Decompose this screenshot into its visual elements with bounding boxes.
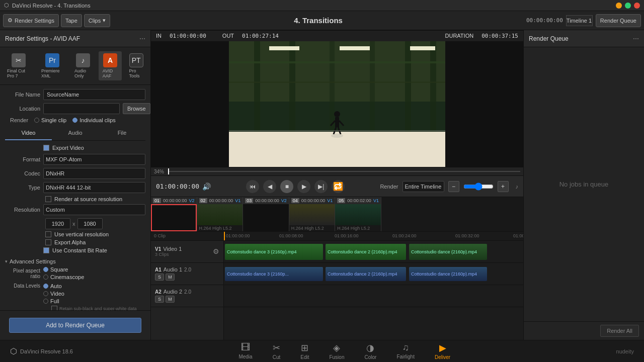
nav-fairlight[interactable]: ♫ Fairlight	[386, 340, 425, 362]
stop-button[interactable]: ■	[280, 180, 293, 193]
v1-name: Video 1	[163, 246, 182, 252]
v1-clip-2[interactable]: Cottonstudio dance 2 (2160p).mp4	[326, 244, 406, 260]
nav-cut[interactable]: ✂ Cut	[263, 340, 291, 362]
timeline-scrubber[interactable]: 34%	[151, 167, 523, 176]
a1-clip-3-label: Cottonstudio dance (2160p).mp4	[411, 272, 477, 277]
scrubber-handle[interactable]	[168, 168, 169, 174]
pixel-cinemascope-radio[interactable]: Cinemascope	[43, 274, 84, 280]
render-queue-menu-icon[interactable]: ⋯	[633, 35, 639, 42]
data-auto-radio[interactable]: Auto	[43, 283, 137, 289]
nav-media[interactable]: 🎞 Media	[228, 340, 262, 362]
render-queue-button[interactable]: Render Queue	[596, 14, 641, 27]
zoom-in-button[interactable]: +	[498, 181, 509, 192]
a1-m-button[interactable]: M	[166, 274, 175, 281]
render-range-select[interactable]: Entire Timeline	[403, 181, 444, 192]
use-vertical-checkbox[interactable]	[45, 231, 51, 237]
clip-04-thumb	[289, 204, 335, 225]
volume-icon[interactable]: 🔊	[202, 183, 211, 191]
browse-button[interactable]: Browse	[123, 103, 150, 114]
export-video-checkbox[interactable]	[43, 145, 49, 151]
resolution-select[interactable]: Custom	[43, 204, 145, 215]
format-select[interactable]: MXF OP-Atom	[43, 154, 145, 165]
clip-04[interactable]: 04 00:00:00:00 V1 H.264 High L5.2	[289, 197, 336, 231]
a2-s-button[interactable]: S	[155, 296, 164, 303]
nav-edit[interactable]: ⊞ Edit	[290, 340, 319, 362]
add-to-queue-button[interactable]: Add to Render Queue	[9, 318, 141, 333]
a1-clip-1[interactable]: Cottonstudio dance 3 (2160p...	[225, 267, 323, 281]
nav-deliver[interactable]: ▶ Deliver	[425, 340, 460, 362]
edit-icon: ⊞	[301, 342, 308, 353]
render-src-res-checkbox[interactable]	[45, 196, 51, 202]
v1-clip-1[interactable]: Cottonstudio dance 3 (2160p).mp4	[225, 244, 323, 260]
pro-tools-icon[interactable]: PT Pro Tools	[125, 51, 147, 80]
a2-name: Audio 2	[164, 289, 182, 295]
clip-03[interactable]: 03 00:00:00:00 V2	[243, 197, 289, 231]
minimize-button[interactable]	[616, 3, 622, 9]
clips-button[interactable]: Clips ▾	[84, 14, 110, 27]
use-vertical-label: Use vertical resolution	[54, 231, 109, 237]
tape-button[interactable]: Tape	[61, 14, 82, 27]
clip-05[interactable]: 05 00:00:02:00 V1 H.264 High L5.2	[335, 197, 381, 231]
a1-clip-2[interactable]: Cottonstudio dance 2 (2160p).mp4	[326, 267, 406, 281]
zoom-level: 34%	[154, 169, 164, 174]
out-label: OUT	[222, 33, 234, 39]
v1-clip-3[interactable]: Cottonstudio dance (2160p).mp4	[409, 244, 487, 260]
skip-to-start-button[interactable]: ⏮	[246, 180, 259, 193]
a1-clip-2-label: Cottonstudio dance 2 (2160p).mp4	[328, 272, 397, 277]
codec-select[interactable]: DNxHR	[43, 168, 145, 179]
clip-01[interactable]: 01 00:00:00:00 V2	[151, 197, 197, 231]
nav-color[interactable]: ◑ Color	[354, 340, 386, 362]
playback-timecode: 01:00:00:00	[156, 183, 199, 190]
individual-clips-radio[interactable]: Individual clips	[72, 117, 116, 123]
type-select[interactable]: DNxHR 444 12-bit	[43, 182, 145, 193]
a1-clip-3[interactable]: Cottonstudio dance (2160p).mp4	[409, 267, 487, 281]
timeline-ruler: 01:00:00:00 01:00:08:00 01:00:16:00 01:0…	[224, 232, 523, 241]
step-forward-button[interactable]: ▶|	[314, 180, 328, 193]
constant-bit-rate-row: Use Constant Bit Rate	[43, 247, 107, 253]
pixel-square-radio[interactable]: Square	[43, 266, 84, 273]
a1-s-button[interactable]: S	[155, 274, 164, 281]
timeline-selector[interactable]: Timeline 1	[566, 15, 593, 26]
clip-01-thumb	[151, 204, 197, 231]
a2-m-button[interactable]: M	[166, 296, 175, 303]
tab-file[interactable]: File	[99, 126, 145, 140]
loop-button[interactable]: 🔁	[332, 180, 345, 193]
resolution-label: Resolution	[5, 207, 40, 213]
audio-only-icon[interactable]: ♪ Audio Only	[70, 51, 96, 80]
panel-menu-icon[interactable]: ⋯	[139, 35, 145, 42]
bottom-nav: ⬡ DaVinci Resolve 18.6 🎞 Media ✂ Cut ⊞ E…	[0, 340, 644, 362]
export-alpha-checkbox[interactable]	[45, 239, 51, 245]
render-all-button[interactable]: Render All	[600, 325, 639, 337]
final-cut-icon[interactable]: ✂ Final Cut Pro 7	[3, 51, 34, 80]
premiere-xml-icon[interactable]: Pr Premiere XML	[37, 51, 67, 80]
tab-audio[interactable]: Audio	[52, 126, 99, 140]
clip-04-track: V1	[327, 198, 333, 203]
brand-label: nudeity	[616, 348, 634, 354]
zoom-slider[interactable]	[463, 183, 494, 191]
res-height-input[interactable]	[77, 218, 103, 229]
step-back-button[interactable]: ◀	[263, 180, 276, 193]
single-clip-radio[interactable]: Single clip	[34, 117, 66, 123]
data-full-radio[interactable]: Full	[43, 298, 137, 304]
audio-track-icon: ♪	[516, 184, 519, 190]
location-input[interactable]	[43, 103, 120, 114]
render-settings-button[interactable]: ⚙ Render Settings	[3, 14, 59, 27]
advanced-settings-toggle[interactable]: ▾ Advanced Settings	[5, 256, 145, 266]
avid-aaf-icon[interactable]: A AVID AAF	[99, 51, 122, 80]
res-width-input[interactable]	[45, 218, 70, 229]
panel-title: Render Settings - AVID AAF	[5, 35, 80, 42]
close-button[interactable]	[634, 3, 640, 9]
tab-video[interactable]: Video	[5, 126, 52, 140]
track-v1-label: V1 Video 1 3 Clips ⚙	[151, 241, 223, 263]
v1-clip-1-label: Cottonstudio dance 3 (2160p).mp4	[227, 249, 321, 254]
play-button[interactable]: ▶	[297, 180, 310, 193]
constant-bit-rate-checkbox[interactable]	[43, 247, 49, 253]
data-video-radio[interactable]: Video	[43, 291, 137, 297]
maximize-button[interactable]	[625, 3, 631, 9]
a1-clip-1-label: Cottonstudio dance 3 (2160p...	[227, 272, 289, 277]
nav-fusion[interactable]: ◈ Fusion	[319, 340, 354, 362]
filename-input[interactable]	[43, 89, 145, 100]
zoom-out-button[interactable]: −	[448, 181, 459, 192]
clip-02[interactable]: 02 00:00:00:00 V1 H.264 High L5.2	[197, 197, 244, 231]
sub-black-checkbox[interactable]	[51, 306, 57, 310]
